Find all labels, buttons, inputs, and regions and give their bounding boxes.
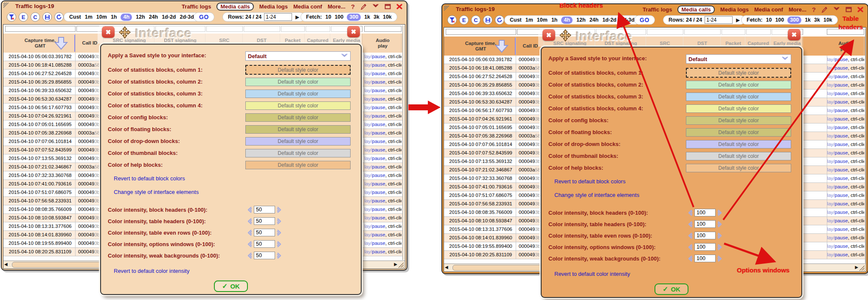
color-swatch[interactable]: Default style color <box>686 164 791 172</box>
time-range-button[interactable]: 12h <box>136 14 145 20</box>
fetch-option-button[interactable]: 300 <box>787 17 801 24</box>
move-dialog-icon[interactable] <box>559 29 572 42</box>
scroll-right-arrow[interactable]: ▶ <box>855 265 858 269</box>
pause-link[interactable]: pause <box>372 62 385 67</box>
play-link[interactable]: play/ <box>827 252 834 257</box>
color-swatch[interactable]: Default style color <box>245 125 351 134</box>
play-link[interactable]: play/ <box>827 210 834 215</box>
vertical-scrollbar[interactable] <box>865 28 866 263</box>
pause-link[interactable]: pause <box>834 252 848 257</box>
pause-link[interactable]: pause <box>834 201 848 206</box>
increase-icon[interactable] <box>717 255 722 262</box>
intensity-input[interactable] <box>694 255 716 262</box>
increase-icon[interactable] <box>276 218 282 225</box>
pause-link[interactable]: pause <box>834 74 848 79</box>
pause-link[interactable]: pause <box>372 249 385 254</box>
time-range-button[interactable]: Cust <box>69 14 81 20</box>
resize-grip-icon[interactable] <box>3 2 11 8</box>
play-link[interactable]: play/ <box>364 130 372 135</box>
revert-intensity-link[interactable]: Revert to default color intensity <box>554 271 795 278</box>
fetch-option-button[interactable]: 100 <box>334 14 343 20</box>
color-swatch[interactable]: Default style color <box>245 65 351 75</box>
increase-icon[interactable] <box>276 241 282 248</box>
play-link[interactable]: play/ <box>827 227 834 232</box>
play-link[interactable]: play/ <box>827 201 834 206</box>
fetch-option-button[interactable]: 10k <box>383 14 392 20</box>
time-range-button[interactable]: 2d-3d <box>180 14 194 20</box>
menu-item[interactable]: Media conf <box>754 6 783 13</box>
intensity-input[interactable] <box>254 252 275 259</box>
play-link[interactable]: play/ <box>364 215 372 220</box>
play-link[interactable]: play/ <box>364 62 372 67</box>
time-range-button[interactable]: 1d-2d <box>162 14 176 20</box>
edit-icon[interactable] <box>821 6 828 13</box>
color-swatch[interactable]: Default style color <box>686 140 791 149</box>
pause-link[interactable]: pause <box>834 176 848 181</box>
play-link[interactable]: play/ <box>827 184 834 189</box>
revert-block-colors-link[interactable]: Revert to default block colors <box>114 175 354 182</box>
play-link[interactable]: play/ <box>827 244 834 249</box>
dialog-close-icon[interactable]: ✖ <box>788 29 801 40</box>
pause-link[interactable]: pause <box>372 232 385 237</box>
play-link[interactable]: play/ <box>827 65 834 70</box>
save-icon[interactable] <box>483 15 492 25</box>
sort-descending-icon[interactable] <box>53 36 69 50</box>
play-link[interactable]: play/ <box>364 224 372 229</box>
intensity-input[interactable] <box>254 240 275 248</box>
go-button[interactable]: GO <box>194 12 214 22</box>
menu-item[interactable]: More... <box>328 3 346 10</box>
pause-link[interactable]: pause <box>372 164 385 169</box>
color-swatch[interactable]: Default style color <box>686 93 791 101</box>
decrease-icon[interactable] <box>247 206 253 213</box>
play-link[interactable]: play/ <box>827 91 834 96</box>
color-swatch[interactable]: Default style color <box>686 152 791 160</box>
fetch-option-button[interactable]: 100 <box>775 17 784 23</box>
vertical-scrollbar[interactable] <box>402 25 405 260</box>
play-link[interactable]: play/ <box>827 108 834 113</box>
color-swatch[interactable]: Default style color <box>686 104 791 113</box>
color-swatch[interactable]: Default style color <box>686 116 791 125</box>
decrease-icon[interactable] <box>688 244 693 251</box>
play-link[interactable]: play/ <box>364 181 372 186</box>
time-range-button[interactable]: 10m <box>537 17 548 23</box>
pause-link[interactable]: pause <box>834 150 848 155</box>
color-swatch[interactable]: Default style color <box>245 101 351 110</box>
save-icon[interactable] <box>42 12 52 22</box>
pause-link[interactable]: pause <box>834 244 848 249</box>
filter-icon[interactable] <box>7 12 16 22</box>
decrease-icon[interactable] <box>247 241 253 248</box>
dialog-close-icon[interactable]: ✖ <box>542 29 555 41</box>
decrease-icon[interactable] <box>247 252 253 259</box>
refresh-icon[interactable] <box>54 12 64 22</box>
pause-link[interactable]: pause <box>834 184 848 189</box>
menu-item[interactable]: Media conf <box>293 3 322 10</box>
time-range-button[interactable]: 1m <box>85 14 93 20</box>
play-link[interactable]: play/ <box>364 113 372 118</box>
time-range-button[interactable]: 4h <box>561 17 573 24</box>
play-link[interactable]: play/ <box>827 74 834 79</box>
color-swatch[interactable]: Default style color <box>686 81 791 89</box>
resize-grip-icon[interactable] <box>444 5 451 11</box>
play-link[interactable]: play/ <box>364 122 372 127</box>
color-swatch[interactable]: Default style color <box>245 161 351 169</box>
scroll-left-arrow[interactable]: ◀ <box>445 265 448 269</box>
pause-link[interactable]: pause <box>372 147 385 152</box>
pause-link[interactable]: pause <box>372 139 385 144</box>
style-select[interactable]: Default <box>686 54 791 64</box>
intensity-input[interactable] <box>254 229 275 236</box>
chevron-double-down-icon[interactable] <box>372 3 379 9</box>
intensity-input[interactable] <box>694 232 716 239</box>
revert-intensity-link[interactable]: Revert to default color intensity <box>114 268 354 275</box>
time-range-button[interactable]: 12h <box>576 17 586 23</box>
time-range-button[interactable]: 2d-3d <box>621 17 635 23</box>
pause-link[interactable]: pause <box>834 108 848 113</box>
play-link[interactable]: play/ <box>827 116 834 121</box>
increase-icon[interactable] <box>717 221 722 228</box>
menu-item[interactable]: Media logs <box>259 3 288 10</box>
menu-item[interactable]: More... <box>789 6 806 13</box>
increase-icon[interactable] <box>276 252 282 259</box>
pause-link[interactable]: pause <box>372 79 385 84</box>
play-link[interactable]: play/ <box>827 150 834 155</box>
increase-icon[interactable] <box>276 229 282 236</box>
play-link[interactable]: play/ <box>827 167 834 172</box>
